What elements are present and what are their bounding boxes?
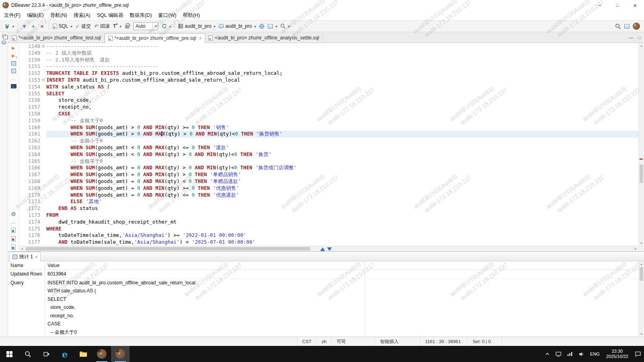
refresh-button[interactable] <box>160 23 173 30</box>
script-error-icon[interactable] <box>11 236 16 241</box>
menu-item[interactable]: 编辑(E) <box>24 11 47 20</box>
code-line[interactable]: 1161 WHEN SUM(goods_amt) > 0 AND MAX(qty… <box>19 131 638 138</box>
code-line[interactable]: 1175WHERE <box>19 226 638 232</box>
code-line[interactable]: 1162 -- 金额小于0 <box>19 138 638 144</box>
open-script-icon[interactable]: + <box>29 24 38 29</box>
execute-statement-icon[interactable]: ▶ <box>12 46 15 50</box>
settings-gear-icon[interactable]: ⚙ <box>11 211 16 217</box>
code-line[interactable]: 1148⊖-----------------------------------… <box>19 43 638 50</box>
more-actions-icon[interactable]: … <box>11 76 16 81</box>
code-line[interactable]: 1151------------------------------------… <box>19 63 638 70</box>
menu-item[interactable]: 文件(F) <box>1 11 24 20</box>
fold-icon[interactable]: ⊖ <box>40 43 46 50</box>
code-line[interactable]: 1171 ELSE '其他' <box>19 198 638 205</box>
code-line[interactable]: 1157 receipt_no, <box>19 104 638 111</box>
connection-selector[interactable]: audit_bi_pro <box>177 23 217 30</box>
code-line[interactable]: 1168 WHEN SUM(goods_amt) = 0 AND MAX(qty… <box>19 178 638 185</box>
open-in-grid-icon[interactable] <box>11 245 16 250</box>
panel-sash-arrows[interactable] <box>320 247 332 251</box>
dbeaver-taskbar-button[interactable] <box>93 346 111 362</box>
table-row[interactable]: QueryINSERT INTO audit_bi_pro.custom_off… <box>8 279 638 337</box>
globe-icon[interactable] <box>257 23 266 29</box>
editor-tab[interactable]: <audit_bi_pro> zhumr_offline_analysis_se… <box>205 33 323 43</box>
code-line[interactable]: 1176 toDateTime(sale_time,'Asia/Shanghai… <box>19 232 638 239</box>
export-result-icon[interactable] <box>11 69 16 73</box>
code-line[interactable]: 1172 END AS status <box>19 205 638 212</box>
taskbar-search-button[interactable] <box>19 346 37 362</box>
tray-expand-button[interactable] <box>542 346 553 362</box>
code-line[interactable]: 1150-- 2.1导入海外销售、退款 <box>19 57 638 64</box>
commit-mode-select[interactable]: Auto <box>133 22 158 30</box>
explain-plan-icon[interactable] <box>11 61 16 66</box>
code-line[interactable]: 1160 WHEN SUM(goods_amt) > 0 AND MIN(qty… <box>19 124 638 131</box>
schema-selector[interactable]: audit_bi_pro <box>217 23 258 30</box>
new-connection-button[interactable] <box>2 23 16 30</box>
scrollbar-thumb[interactable] <box>640 165 643 183</box>
minimize-button[interactable] <box>591 0 609 10</box>
transaction-log-button[interactable]: T <box>111 23 123 30</box>
column-header-value[interactable]: Value <box>45 261 365 269</box>
code-line[interactable]: 1167 WHEN SUM(goods_amt) = 0 AND MIN(qty… <box>19 171 638 178</box>
code-line[interactable]: 1156 store_code, <box>19 97 638 104</box>
scroll-up-icon[interactable]: ▲ <box>639 261 644 267</box>
restore-view-icon[interactable] <box>2 34 6 37</box>
scrollbar-thumb[interactable] <box>26 247 310 251</box>
code-line[interactable]: 1163 WHEN SUM(goods_amt) < 0 AND MAX(qty… <box>19 144 638 151</box>
sql-editor-icon[interactable]: ▼ <box>20 24 29 29</box>
column-header-name[interactable]: Name <box>8 261 45 269</box>
task-view-button[interactable] <box>37 346 56 362</box>
execute-script-icon[interactable]: ▶ <box>12 53 15 58</box>
toolbar-search-button[interactable] <box>279 23 291 30</box>
more-actions-icon[interactable]: … <box>11 220 16 224</box>
maximize-button[interactable] <box>609 0 626 10</box>
editor-tab[interactable]: *<audit_bi_pro> zhumr_offline_test.sql <box>9 33 105 43</box>
rollback-button[interactable]: ↶ 回滚 <box>93 22 111 31</box>
code-line[interactable]: 1149-- 2 插入海外数据 <box>19 50 638 57</box>
stats-vertical-scrollbar[interactable]: ▲ ▼ <box>638 261 644 337</box>
close-tab-icon[interactable]: × <box>199 36 201 41</box>
code-line[interactable]: 1158 CASE <box>19 111 638 117</box>
code-line[interactable]: 1174 dwd_trade_hkaudit_shop_receipt_othe… <box>19 219 638 226</box>
code-line[interactable]: 1153⊖INSERT INTO audit_bi_pro.custom_off… <box>19 77 638 84</box>
code-line[interactable]: 1177 AND toDateTime(sale_time,'Asia/Shan… <box>19 239 638 246</box>
fold-icon[interactable]: ⊖ <box>40 77 46 84</box>
code-line[interactable]: 1159 -- 金额大于0 <box>19 117 638 124</box>
code-line[interactable]: 1165 -- 金额等于0 <box>19 158 638 165</box>
tray-volume-button[interactable] <box>576 346 587 362</box>
code-line[interactable]: 1170 WHEN SUM(goods_amt) = 0 AND MAX(qty… <box>19 192 638 199</box>
editor-vertical-scrollbar[interactable]: ▲ ▼ <box>638 43 644 246</box>
menu-item[interactable]: 帮助(H) <box>180 11 203 20</box>
scroll-down-icon[interactable]: ▼ <box>639 241 644 246</box>
language-indicator[interactable]: ENG <box>587 346 603 362</box>
code-area[interactable]: 1148⊖-----------------------------------… <box>19 43 644 251</box>
sash-up-icon[interactable] <box>320 247 325 251</box>
file-explorer-button[interactable] <box>74 346 93 362</box>
start-button[interactable] <box>0 346 19 362</box>
menu-item[interactable]: 导航(N) <box>47 11 70 20</box>
tab-statistics[interactable]: 统计 1 <box>9 252 41 261</box>
sash-down-icon[interactable] <box>327 247 332 251</box>
menu-item[interactable]: 窗口(W) <box>155 11 180 20</box>
scrollbar-thumb[interactable] <box>640 267 643 281</box>
table-row[interactable]: Updated Rows6013964 <box>8 270 638 279</box>
scroll-left-icon[interactable]: ◄ <box>19 246 25 251</box>
close-tab-icon[interactable] <box>35 254 37 260</box>
menu-item[interactable]: SQL 编辑器 <box>94 11 127 20</box>
search-icon[interactable] <box>613 23 622 29</box>
close-button[interactable] <box>626 0 644 10</box>
code-line[interactable]: 1155SELECT <box>19 90 638 97</box>
maximize-editor-icon[interactable] <box>638 35 641 40</box>
panel-button[interactable] <box>266 23 279 30</box>
open-view-icon[interactable] <box>622 24 631 29</box>
menu-item[interactable]: 数据库(D) <box>126 11 155 20</box>
database-navigator-icon[interactable] <box>2 41 6 44</box>
code-line[interactable]: 1169 WHEN SUM(goods_amt) = 0 AND MIN(qty… <box>19 185 638 192</box>
edge-browser-button[interactable]: e <box>56 346 74 362</box>
scroll-up-icon[interactable]: ▲ <box>639 43 644 48</box>
code-line[interactable]: 1152TRUNCATE TABLE IF EXISTS audit_bi_pr… <box>19 70 638 77</box>
tray-device-button[interactable] <box>553 346 564 362</box>
code-line[interactable]: 1154WITH sale_status AS ( <box>19 84 638 90</box>
code-line[interactable]: 1164 WHEN SUM(goods_amt) < 0 AND MAX(qty… <box>19 151 638 158</box>
sql-console-icon[interactable] <box>11 84 17 88</box>
scroll-right-icon[interactable]: ► <box>633 246 638 251</box>
